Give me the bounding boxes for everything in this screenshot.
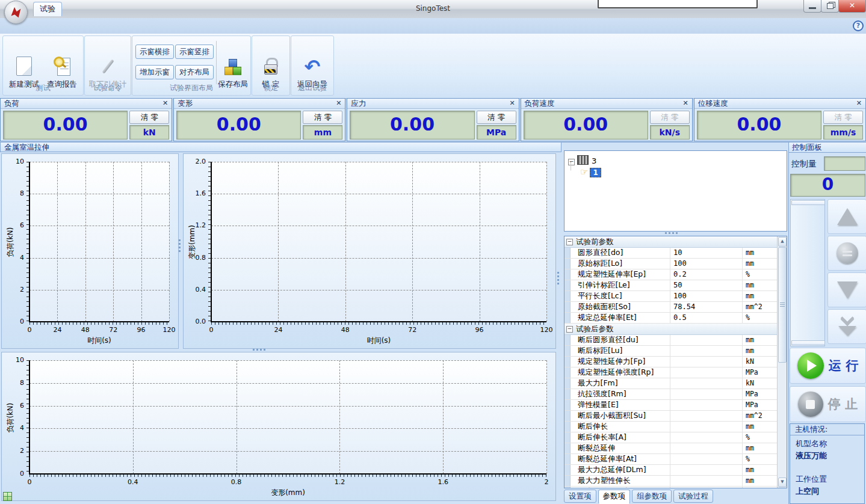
scroll-up-icon[interactable]: ▲ xyxy=(778,237,787,247)
parameter-row[interactable]: 断后伸长 mm xyxy=(564,422,778,432)
new-document-icon xyxy=(16,57,32,76)
parameter-row[interactable]: 断后伸长率[A] % xyxy=(564,432,778,443)
return-wizard-button[interactable]: ↶ 返回向导 xyxy=(293,39,332,90)
control-amount-input[interactable] xyxy=(824,156,865,171)
tree-child[interactable]: ☞1 xyxy=(580,167,601,177)
table-scrollbar[interactable]: ▲ ▼ xyxy=(777,236,787,488)
group-label: 退出试验 xyxy=(291,83,333,93)
save-layout-button[interactable]: 保存布局 xyxy=(217,39,249,90)
parameter-value[interactable] xyxy=(670,367,743,378)
parameter-value[interactable]: 10 xyxy=(670,248,743,258)
section-header-row[interactable]: −试验前参数 xyxy=(564,236,778,248)
control-slider-track[interactable] xyxy=(790,199,825,346)
row-gutter xyxy=(564,346,571,356)
new-test-button[interactable]: 新建测试 xyxy=(6,39,42,90)
close-icon[interactable]: ✕ xyxy=(162,99,168,108)
scroll-thumb[interactable] xyxy=(778,247,787,363)
parameter-value[interactable] xyxy=(670,335,743,345)
parameter-row[interactable]: 规定塑性延伸率[Ep] 0.2 % xyxy=(564,269,778,280)
restore-button[interactable] xyxy=(821,0,839,13)
hold-button[interactable] xyxy=(827,236,866,271)
parameter-row[interactable]: 原始截面积[So] 78.54 mm^2 xyxy=(564,302,778,313)
parameter-value[interactable]: 78.54 xyxy=(670,302,743,312)
parameter-value[interactable] xyxy=(670,476,743,486)
tab-test[interactable]: 试验 xyxy=(33,2,62,16)
parameter-value[interactable] xyxy=(670,432,743,443)
parameter-row[interactable]: 平行长度[Lc] 100 mm xyxy=(564,291,778,302)
parameter-value[interactable] xyxy=(670,400,743,410)
close-icon[interactable]: ✕ xyxy=(336,99,341,108)
query-report-button[interactable]: 查询报告 xyxy=(44,39,80,90)
tab-试验过程[interactable]: 试验过程 xyxy=(673,490,713,503)
tree-root[interactable]: −3 xyxy=(568,155,596,165)
clear-zero-button[interactable]: 清 零 xyxy=(303,111,342,124)
parameter-row[interactable]: 断后最小截面积[Su] mm^2 xyxy=(564,411,778,422)
vertical-splitter[interactable] xyxy=(179,239,181,254)
run-button[interactable]: 运 行 xyxy=(790,348,866,384)
app-logo-icon[interactable] xyxy=(4,1,28,24)
parameter-value[interactable] xyxy=(670,454,743,464)
parameter-row[interactable]: 最大力总延伸[DLm] mm xyxy=(564,465,778,476)
parameter-value[interactable] xyxy=(670,389,743,399)
collapse-icon[interactable]: − xyxy=(566,326,573,333)
close-icon[interactable]: ✕ xyxy=(856,99,862,108)
grid-toggle-icon[interactable] xyxy=(3,492,12,501)
tree-table-splitter[interactable] xyxy=(665,232,679,234)
parameter-row[interactable]: 规定塑性延伸强度[Rp] MPa xyxy=(564,367,778,378)
help-icon[interactable]: ? xyxy=(853,20,864,31)
tab-组参数项[interactable]: 组参数项 xyxy=(632,490,672,503)
close-icon[interactable]: ✕ xyxy=(683,99,688,108)
jog-up-button[interactable] xyxy=(827,199,866,234)
parameter-row[interactable]: 规定塑性延伸力[Fp] kN xyxy=(564,357,778,367)
parameter-value[interactable]: 0.2 xyxy=(670,269,743,280)
align-layout-button[interactable]: 对齐布局 xyxy=(175,65,214,79)
parameter-row[interactable]: 最大力[Fm] kN xyxy=(564,378,778,389)
add-window-button[interactable]: 增加示窗 xyxy=(135,65,174,79)
parameter-row[interactable]: 圆形直径[do] 10 mm xyxy=(564,248,778,259)
section-header-row[interactable]: −试验后参数 xyxy=(564,324,778,335)
minimize-button[interactable] xyxy=(803,0,821,13)
clear-zero-button[interactable]: 清 零 xyxy=(477,111,516,124)
parameter-value[interactable]: 0.5 xyxy=(670,313,743,323)
collapse-icon[interactable]: − xyxy=(568,159,575,165)
parameter-row[interactable]: 引伸计标距[Le] 50 mm xyxy=(564,280,778,291)
parameter-value[interactable] xyxy=(670,487,743,488)
floating-textbox[interactable] xyxy=(598,0,758,8)
parameter-value[interactable] xyxy=(670,357,743,367)
parameter-value[interactable] xyxy=(670,443,743,453)
parameter-value[interactable] xyxy=(670,465,743,475)
jog-down-button[interactable] xyxy=(827,272,866,307)
fast-down-button[interactable] xyxy=(827,309,866,344)
parameter-value[interactable]: 100 xyxy=(670,259,743,269)
parameter-value[interactable] xyxy=(670,346,743,356)
parameter-row[interactable]: 断裂总延伸 mm xyxy=(564,443,778,454)
parameter-row[interactable]: 弹性模量[E] MPa xyxy=(564,400,778,411)
parameter-row[interactable]: 抗拉强度[Rm] MPa xyxy=(564,389,778,400)
parameter-row[interactable]: 断后圆形直径[du] mm xyxy=(564,335,778,346)
clear-zero-button[interactable]: 清 零 xyxy=(129,111,169,124)
parameter-row[interactable]: 断后标距[Lu] mm xyxy=(564,346,778,357)
close-button[interactable]: ✕ xyxy=(838,0,866,13)
tree-selected-item[interactable]: 1 xyxy=(590,168,601,177)
close-icon[interactable]: ✕ xyxy=(509,99,515,108)
panel-splitter[interactable] xyxy=(557,272,559,286)
collapse-icon[interactable]: − xyxy=(566,239,573,245)
stop-button[interactable]: 停 止 xyxy=(790,386,866,422)
tab-参数项[interactable]: 参数项 xyxy=(598,490,631,504)
parameter-value[interactable] xyxy=(670,422,743,432)
horizontal-splitter[interactable] xyxy=(253,349,267,351)
lock-button[interactable]: 锁 定 xyxy=(253,39,288,90)
parameter-value[interactable]: 50 xyxy=(670,280,743,290)
tab-设置项[interactable]: 设置项 xyxy=(564,490,596,503)
windows-horizontal-button[interactable]: 示窗横排 xyxy=(135,45,174,59)
scroll-down-icon[interactable]: ▼ xyxy=(778,478,787,487)
parameter-value[interactable] xyxy=(670,378,743,389)
parameter-value[interactable] xyxy=(670,411,743,421)
parameter-row[interactable]: 规定总延伸率[Et] 0.5 % xyxy=(564,313,778,324)
parameter-value[interactable]: 100 xyxy=(670,291,743,301)
parameter-row[interactable]: 断裂总延伸率[At] % xyxy=(564,454,778,465)
parameter-row[interactable]: 最大力总伸长率[Agt] % xyxy=(564,487,778,488)
windows-vertical-button[interactable]: 示窗竖排 xyxy=(175,45,214,59)
parameter-row[interactable]: 最大力塑性伸长 mm xyxy=(564,476,778,487)
parameter-row[interactable]: 原始标距[Lo] 100 mm xyxy=(564,259,778,269)
